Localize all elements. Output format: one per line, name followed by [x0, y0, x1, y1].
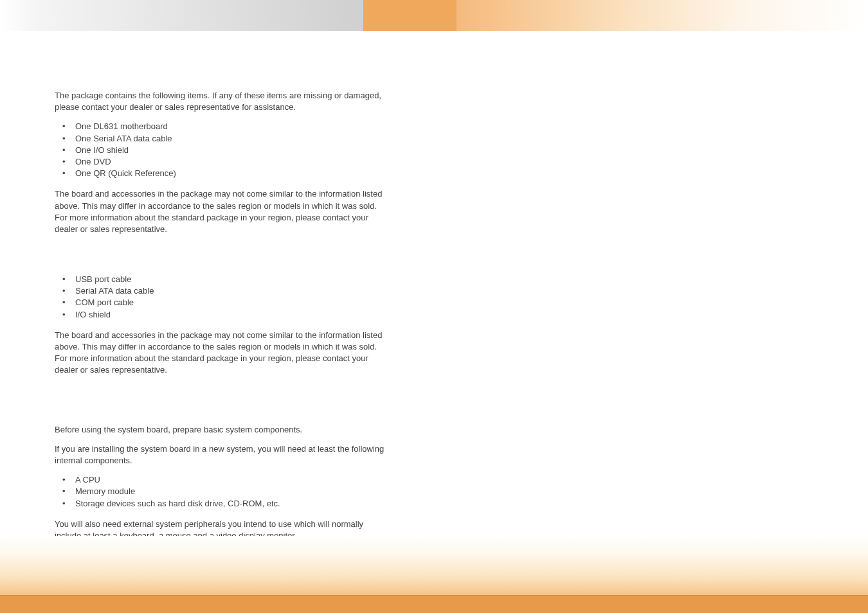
list-item: One DVD — [62, 156, 389, 168]
list-item: USB port cable — [62, 274, 389, 285]
list-item: Memory module — [62, 486, 389, 497]
components-list: A CPU Memory module Storage devices such… — [62, 474, 389, 510]
list-item: One DL631 motherboard — [62, 121, 389, 132]
document-body: The package contains the following items… — [55, 90, 389, 549]
list-item: I/O shield — [62, 309, 389, 321]
package-note-text: The board and accessories in the package… — [55, 188, 389, 235]
optional-items-list: USB port cable Serial ATA data cable COM… — [62, 274, 389, 321]
package-intro-text: The package contains the following items… — [55, 90, 389, 113]
list-item: One Serial ATA data cable — [62, 133, 389, 145]
before-use-text: Before using the system board, prepare b… — [55, 424, 389, 436]
optional-note-text: The board and accessories in the package… — [55, 330, 389, 377]
list-item: Serial ATA data cable — [62, 285, 389, 297]
top-banner-gray — [0, 0, 363, 31]
installing-intro-text: If you are installing the system board i… — [55, 443, 389, 466]
top-banner-orange-tab — [363, 0, 457, 31]
list-item: One QR (Quick Reference) — [62, 168, 389, 179]
bottom-bar — [0, 595, 868, 613]
list-item: One I/O shield — [62, 145, 389, 156]
list-item: Storage devices such as hard disk drive,… — [62, 498, 389, 510]
top-banner-orange-fade — [457, 0, 868, 31]
package-items-list: One DL631 motherboard One Serial ATA dat… — [62, 121, 389, 179]
top-banner — [0, 0, 868, 31]
list-item: A CPU — [62, 474, 389, 486]
list-item: COM port cable — [62, 297, 389, 308]
